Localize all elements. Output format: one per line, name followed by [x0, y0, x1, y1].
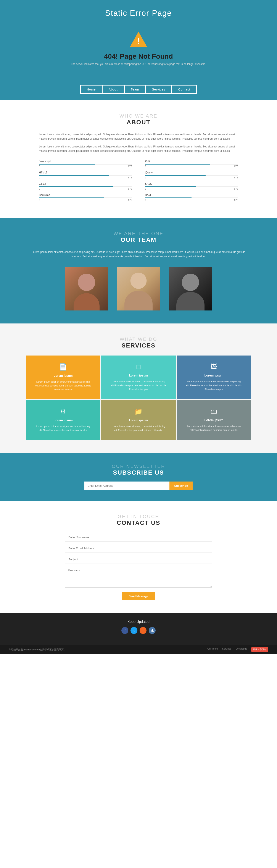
service-title-5: Lorem ipsum: [107, 418, 170, 422]
team-section: WE ARE THE ONE OUR TEAM Lorem ipsum dolo…: [0, 218, 277, 324]
service-text-4: Lorem ipsum dolor sit amet, consectetur …: [31, 425, 95, 432]
footer-title: Keep Updated: [4, 620, 273, 624]
contact-subject-input[interactable]: [65, 555, 212, 564]
team-photo-2: [117, 267, 160, 310]
service-card-5: 📁 Lorem ipsum Lorem ipsum dolor sit amet…: [101, 400, 176, 440]
about-para1: Lorem ipsum dolor sit amet, consectetur …: [39, 132, 238, 141]
contact-section: GET IN TOUCH CONTACT US Send Message: [0, 501, 277, 613]
bottom-bar: 你可能不知道bbs.deniao.com免费下载更多漂亮网页... Our Te…: [0, 645, 277, 654]
bottom-our-team[interactable]: Our Team: [207, 647, 218, 652]
skill-php: PHP 0675: [145, 160, 238, 167]
subscribe-email-input[interactable]: [84, 482, 170, 490]
services-grid: 📄 Lorem ipsum Lorem ipsum dolor sit amet…: [26, 355, 251, 440]
team-title: OUR TEAM: [26, 237, 251, 243]
service-icon-5: 📁: [107, 408, 170, 415]
about-title: ABOUT: [39, 119, 238, 126]
service-title-4: Lorem ipsum: [31, 418, 95, 422]
skill-haml: HAML 0675: [145, 193, 238, 202]
bottom-badge: 摸底卡 资源馆: [251, 647, 268, 652]
nav-contact[interactable]: Contact: [172, 85, 197, 94]
bottom-services[interactable]: Services: [222, 647, 231, 652]
service-card-1: 📄 Lorem ipsum Lorem ipsum dolor sit amet…: [26, 355, 100, 399]
svg-text:!: !: [137, 36, 140, 46]
facebook-icon[interactable]: f: [121, 627, 128, 634]
service-card-4: ⚙ Lorem ipsum Lorem ipsum dolor sit amet…: [26, 400, 100, 440]
team-photos: [26, 267, 251, 310]
team-photo-1: [65, 267, 108, 310]
skill-css3: CSS3 0675: [39, 182, 132, 190]
service-title-1: Lorem ipsum: [31, 374, 95, 377]
twitter-icon[interactable]: t: [130, 627, 137, 634]
subscribe-button[interactable]: Subscribe: [170, 482, 193, 490]
team-desc: Lorem ipsum dolor sit amet, consectetur …: [26, 250, 251, 259]
nav-services[interactable]: Services: [146, 85, 172, 94]
subscribe-section: OUR NEWSLETTER SUBSCRIBE US Subscribe: [0, 453, 277, 501]
skills-grid: Javascript 0675 PHP 0675 HTML5 0675 jQue…: [39, 160, 238, 205]
service-icon-4: ⚙: [31, 408, 95, 415]
navigation: Home About Team Services Contact: [0, 85, 277, 100]
social-icons: f t r vk: [4, 627, 273, 634]
send-message-button[interactable]: Send Message: [122, 592, 155, 600]
services-subtitle: WHAT WE DO: [26, 337, 251, 342]
skill-jquery: jQuery 0675: [145, 171, 238, 179]
service-title-3: Lorem ipsum: [182, 374, 246, 377]
about-subtitle: WHO WE ARE: [39, 113, 238, 119]
services-section: WHAT WE DO SERVICES 📄 Lorem ipsum Lorem …: [0, 323, 277, 453]
contact-email-input[interactable]: [65, 544, 212, 553]
nav-about[interactable]: About: [102, 85, 124, 94]
service-text-6: Lorem ipsum dolor sit amet, consectetur …: [182, 424, 246, 432]
skill-sass: SASS 0675: [145, 182, 238, 190]
service-card-2: □ Lorem ipsum Lorem ipsum dolor sit amet…: [101, 355, 176, 399]
service-icon-1: 📄: [31, 363, 95, 371]
about-para2: Lorem ipsum dolor sit amet, consectetur …: [39, 145, 238, 153]
bottom-links: Our Team Services Contact us 摸底卡 资源馆: [207, 647, 268, 652]
subscribe-subtitle: OUR NEWSLETTER: [65, 464, 212, 469]
contact-subtitle: GET IN TOUCH: [65, 514, 212, 519]
copyright-text: 你可能不知道bbs.deniao.com免费下载更多漂亮网页...: [9, 648, 66, 651]
service-title-6: Lorem ipsum: [182, 418, 246, 422]
about-section: WHO WE ARE ABOUT Lorem ipsum dolor sit a…: [0, 100, 277, 218]
error-code: 404! Page Not Found: [4, 52, 273, 60]
nav-home[interactable]: Home: [80, 85, 102, 94]
service-card-3: 🖼 Lorem ipsum Lorem ipsum dolor sit amet…: [177, 355, 251, 399]
contact-form: Send Message: [65, 533, 212, 600]
service-icon-6: 🗃: [182, 408, 246, 415]
skill-html5: HTML5 0675: [39, 171, 132, 179]
service-icon-3: 🖼: [182, 363, 246, 370]
service-title-2: Lorem ipsum: [107, 374, 170, 377]
contact-name-input[interactable]: [65, 533, 212, 542]
footer: Keep Updated f t r vk: [0, 613, 277, 645]
skill-javascript: Javascript 0675: [39, 160, 132, 167]
service-text-1: Lorem ipsum dolor sit amet, consectetur …: [31, 380, 95, 392]
service-text-5: Lorem ipsum dolor sit amet, consectetur …: [107, 425, 170, 432]
team-photo-3: [169, 267, 212, 310]
nav-buttons: Home About Team Services Contact: [80, 85, 197, 94]
team-subtitle: WE ARE THE ONE: [26, 231, 251, 237]
services-title: SERVICES: [26, 342, 251, 349]
service-text-3: Lorem ipsum dolor sit amet, consectetur …: [182, 380, 246, 391]
nav-team[interactable]: Team: [124, 85, 146, 94]
contact-title: CONTACT US: [65, 519, 212, 526]
subscribe-title: SUBSCRIBE US: [65, 469, 212, 476]
service-icon-2: □: [107, 363, 170, 370]
subscribe-form: Subscribe: [84, 482, 193, 490]
page-title: Static Error Page: [4, 9, 273, 18]
error-desc: The server indicates that you did a mist…: [4, 63, 273, 66]
warning-icon: !: [129, 31, 148, 48]
vk-icon[interactable]: vk: [149, 627, 156, 634]
header: Static Error Page ! 404! Page Not Found …: [0, 0, 277, 85]
service-text-2: Lorem ipsum dolor sit amet, consectetur …: [107, 380, 170, 391]
rss-icon[interactable]: r: [140, 627, 147, 634]
contact-message-input[interactable]: [65, 566, 212, 588]
service-card-6: 🗃 Lorem ipsum Lorem ipsum dolor sit amet…: [177, 400, 251, 440]
skill-bootstrap: Bootstrap 0675: [39, 193, 132, 202]
bottom-contact[interactable]: Contact us: [236, 647, 247, 652]
